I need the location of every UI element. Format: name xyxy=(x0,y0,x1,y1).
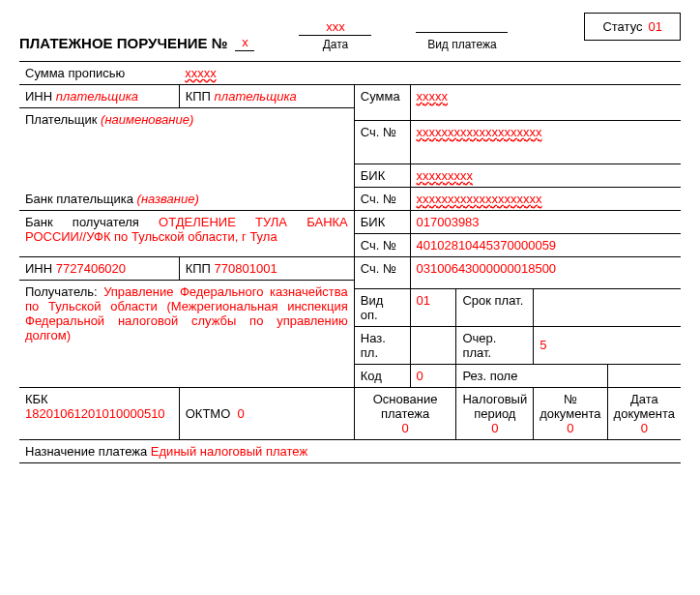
recip-inn-value: 7727406020 xyxy=(56,261,126,276)
docnum-label: № документа xyxy=(540,392,600,421)
kod-value: 0 xyxy=(410,364,456,387)
docnum-cell: № документа 0 xyxy=(534,387,607,439)
recip-kpp-value: 770801001 xyxy=(215,261,277,276)
kbk-value: 18201061201010000510 xyxy=(25,406,165,421)
bik2-value: 017003983 xyxy=(410,211,681,234)
payer-kpp-cell: КПП плательщика xyxy=(179,85,354,108)
recip-kpp-cell: КПП 770801001 xyxy=(179,257,354,281)
sch1-value: хххххххххххххххххххх xyxy=(417,125,542,139)
sum-words-value: ххххх xyxy=(185,66,217,80)
nalog-value: 0 xyxy=(491,421,498,435)
recipient-cell: Получатель: Управление Федерального казн… xyxy=(19,281,354,388)
payer-label: Плательщик xyxy=(25,112,97,127)
oktmo-label: ОКТМО xyxy=(186,406,231,421)
osnov-value: 0 xyxy=(401,421,408,435)
docdate-value: 0 xyxy=(641,421,648,435)
sch2-label: Сч. № xyxy=(354,188,410,211)
kbk-cell: КБК 18201061201010000510 xyxy=(19,387,179,439)
recip-inn-cell: ИНН 7727406020 xyxy=(19,257,179,281)
docdate-label: Дата документа xyxy=(614,392,675,421)
vid-op-label: Вид оп. xyxy=(354,288,410,326)
osnov-label: Основание платежа xyxy=(373,392,438,421)
payer-inn-label: ИНН xyxy=(25,89,52,104)
payer-inn-value: плательщика xyxy=(56,89,138,104)
docdate-cell: Дата документа 0 xyxy=(607,387,681,439)
sum-value-cell: ххххх xyxy=(410,85,681,108)
payer-value: (наименование) xyxy=(101,112,193,127)
recipient-bank-label: Банк получателя xyxy=(25,215,139,229)
sch3-value: 40102810445370000059 xyxy=(410,234,681,257)
sch4-label: Сч. № xyxy=(354,257,410,281)
sch3-label: Сч. № xyxy=(354,234,410,257)
oktmo-cell: ОКТМО 0 xyxy=(179,387,354,439)
main-table: Сумма прописью ххххх ИНН плательщика КПП… xyxy=(19,61,681,463)
sch1-label: Сч. № xyxy=(354,121,410,164)
purpose-label: Назначение платежа xyxy=(25,444,147,459)
osnov-cell: Основание платежа 0 xyxy=(354,387,456,439)
kbk-label: КБК xyxy=(25,392,48,406)
nalog-label: Налоговый период xyxy=(462,392,527,421)
recipient-bank-cell: Банк получателя ОТДЕЛЕНИЕ ТУЛА БАНКА РОС… xyxy=(19,211,354,257)
sch4-value: 03100643000000018500 xyxy=(410,257,681,281)
payment-type-label: Вид платежа xyxy=(416,38,508,51)
date-group: ххх Дата xyxy=(299,19,371,51)
ocher-value: 5 xyxy=(534,326,681,364)
payer-bank-cell: Банк плательщика (название) xyxy=(19,164,354,211)
kod-label: Код xyxy=(354,364,410,387)
docnum-value: 0 xyxy=(567,421,573,435)
header-row: ПЛАТЕЖНОЕ ПОРУЧЕНИЕ № х ххх Дата Вид пла… xyxy=(19,19,681,51)
nalog-cell: Налоговый период 0 xyxy=(456,387,534,439)
rez-label: Рез. поле xyxy=(456,364,607,387)
status-value: 01 xyxy=(649,19,662,34)
sum-words-cell: ххххх xyxy=(179,62,681,85)
status-box: Статус 01 xyxy=(584,13,681,41)
recip-inn-label: ИНН xyxy=(25,261,52,276)
bik1-value: ххххххххх xyxy=(417,168,474,183)
payer-inn-cell: ИНН плательщика xyxy=(19,85,179,108)
payment-type-value xyxy=(416,31,508,33)
payer-kpp-value: плательщика xyxy=(215,89,297,104)
naz-pl-label: Наз. пл. xyxy=(354,326,410,364)
sch2-value-cell: хххххххххххххххххххх xyxy=(410,188,681,211)
srok-label: Срок плат. xyxy=(456,288,534,326)
sum-words-label: Сумма прописью xyxy=(19,62,179,85)
vid-op-value: 01 xyxy=(410,288,456,326)
recip-kpp-label: КПП xyxy=(186,261,211,276)
sch2-value: хххххххххххххххххххх xyxy=(417,192,542,206)
ocher-label: Очер. плат. xyxy=(456,326,534,364)
title-prefix: ПЛАТЕЖНОЕ ПОРУЧЕНИЕ № xyxy=(19,35,227,51)
recipient-label: Получатель: xyxy=(25,284,98,299)
bik1-label: БИК xyxy=(354,164,410,188)
date-label: Дата xyxy=(299,38,371,51)
payer-bank-label: Банк плательщика xyxy=(25,192,133,206)
purpose-value: Единый налоговый платеж xyxy=(151,444,307,459)
bik1-value-cell: ххххххххх xyxy=(410,164,681,188)
payer-bank-value: (название) xyxy=(137,192,199,206)
sch1-value-cell: хххххххххххххххххххх xyxy=(410,121,681,164)
purpose-cell: Назначение платежа Единый налоговый плат… xyxy=(19,439,681,462)
payer-cell: Плательщик (наименование) xyxy=(19,108,354,164)
number-value: х xyxy=(235,35,254,51)
payer-kpp-label: КПП xyxy=(186,89,211,104)
sum-value: ххххх xyxy=(417,89,449,104)
title-block: ПЛАТЕЖНОЕ ПОРУЧЕНИЕ № х ххх Дата Вид пла… xyxy=(19,19,508,51)
date-value: ххх xyxy=(299,19,371,36)
bik2-label: БИК xyxy=(354,211,410,234)
payment-type-group: Вид платежа xyxy=(416,21,508,51)
status-label: Статус xyxy=(602,19,642,34)
sum-label: Сумма xyxy=(354,85,410,108)
oktmo-value: 0 xyxy=(238,406,245,421)
